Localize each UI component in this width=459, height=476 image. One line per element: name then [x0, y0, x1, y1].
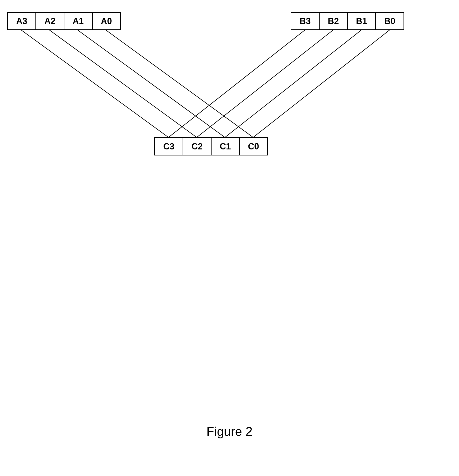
- register-b-cell-2: B2: [319, 12, 348, 30]
- svg-line-3: [106, 30, 253, 137]
- svg-line-5: [197, 30, 333, 137]
- figure-caption: Figure 2: [207, 424, 252, 439]
- svg-line-4: [169, 30, 305, 137]
- register-b-cell-1: B1: [347, 12, 376, 30]
- register-c-cell-2: C2: [182, 137, 212, 155]
- svg-line-0: [21, 30, 169, 137]
- register-c-cell-3: C3: [154, 137, 183, 155]
- svg-line-6: [225, 30, 361, 137]
- register-b-cell-3: B3: [291, 12, 320, 30]
- register-a-cell-3: A3: [7, 12, 36, 30]
- register-a-cell-0: A0: [92, 12, 121, 30]
- connection-lines: [0, 0, 459, 476]
- register-c-cell-0: C0: [239, 137, 268, 155]
- register-b-cell-0: B0: [375, 12, 404, 30]
- register-a-cell-1: A1: [64, 12, 93, 30]
- svg-line-2: [78, 30, 225, 137]
- register-c: C3 C2 C1 C0: [154, 137, 268, 155]
- register-a: A3 A2 A1 A0: [7, 12, 121, 30]
- register-b: B3 B2 B1 B0: [291, 12, 404, 30]
- svg-line-7: [253, 30, 390, 137]
- svg-line-1: [50, 30, 197, 137]
- register-c-cell-1: C1: [211, 137, 240, 155]
- register-a-cell-2: A2: [35, 12, 64, 30]
